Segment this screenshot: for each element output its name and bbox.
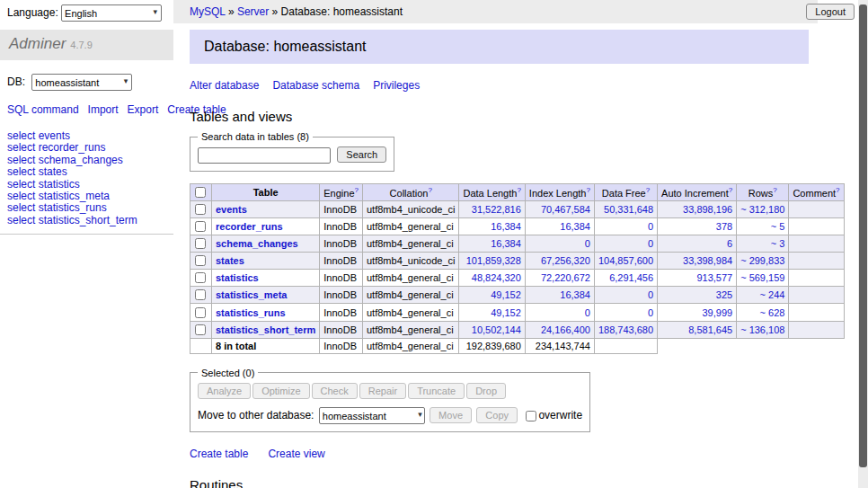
column-help-link[interactable]: ? — [586, 186, 589, 194]
data-length-link[interactable]: 16,384 — [491, 221, 521, 232]
data-free-link[interactable]: 50,331,648 — [604, 204, 653, 215]
row-checkbox[interactable] — [195, 324, 206, 335]
auto-increment-link[interactable]: 33,898,196 — [683, 204, 732, 215]
rows-link[interactable]: ~ 569,159 — [740, 272, 784, 283]
column-help-link[interactable]: ? — [517, 186, 520, 194]
language-select[interactable]: English — [61, 4, 162, 22]
sidebar-link-export[interactable]: Export — [128, 103, 159, 116]
index-length-link[interactable]: 67,256,320 — [541, 255, 590, 266]
row-checkbox[interactable] — [195, 221, 206, 232]
rows-link[interactable]: ~ 628 — [760, 307, 785, 318]
column-help-link[interactable]: ? — [355, 186, 359, 194]
column-help-link[interactable]: ? — [729, 186, 732, 194]
table-name-link[interactable]: statistics_short_term — [216, 324, 315, 335]
scrollbar[interactable] — [858, 0, 868, 488]
column-help-link[interactable]: ? — [773, 186, 776, 194]
auto-increment-link[interactable]: 33,398,984 — [683, 255, 732, 266]
data-length-link[interactable]: 49,152 — [491, 289, 521, 300]
app-version-link[interactable]: 4.7.9 — [70, 40, 92, 50]
row-checkbox[interactable] — [195, 255, 206, 266]
db-select[interactable]: homeassistant — [31, 74, 132, 91]
search-button[interactable]: Search — [337, 146, 386, 163]
rows-link[interactable]: ~ 312,180 — [740, 204, 784, 215]
scrollbar-thumb[interactable] — [859, 4, 867, 467]
index-length-link[interactable]: 72,220,672 — [541, 272, 590, 283]
data-length-link[interactable]: 49,152 — [491, 307, 521, 318]
auto-increment-link[interactable]: 378 — [716, 221, 732, 232]
index-length-link[interactable]: 16,384 — [560, 289, 590, 300]
table-name-link[interactable]: states — [216, 255, 244, 266]
auto-increment-link[interactable]: 6 — [727, 238, 732, 249]
data-free-link[interactable]: 6,291,456 — [609, 272, 653, 283]
drop-button[interactable]: Drop — [466, 383, 506, 399]
sidebar-select-events-link[interactable]: select events — [7, 130, 166, 142]
data-length-link[interactable]: 10,502,144 — [472, 324, 521, 335]
index-length-link[interactable]: 0 — [585, 238, 590, 249]
breadcrumb-link-server[interactable]: Server — [237, 5, 269, 18]
sidebar-select-statistics-short-term-link[interactable]: select statistics_short_term — [7, 215, 166, 226]
breadcrumb-link-mysql[interactable]: MySQL — [190, 5, 226, 18]
table-name-link[interactable]: recorder_runs — [216, 221, 283, 232]
table-name-link[interactable]: statistics — [216, 272, 259, 283]
rows-link[interactable]: ~ 5 — [771, 221, 785, 232]
column-help-link[interactable]: ? — [428, 186, 431, 194]
sidebar-select-schema-changes-link[interactable]: select schema_changes — [7, 155, 166, 166]
rows-link[interactable]: ~ 244 — [760, 289, 785, 300]
data-free-link[interactable]: 0 — [648, 289, 653, 300]
data-length-link[interactable]: 31,522,816 — [472, 204, 521, 215]
select-all-checkbox[interactable] — [195, 187, 206, 198]
data-free-link[interactable]: 104,857,600 — [598, 255, 653, 266]
sidebar-select-statistics-link[interactable]: select statistics — [7, 179, 166, 191]
create-view-link[interactable]: Create view — [268, 448, 324, 460]
data-free-link[interactable]: 0 — [648, 221, 653, 232]
row-checkbox[interactable] — [195, 204, 206, 215]
overwrite-checkbox[interactable] — [526, 411, 536, 421]
copy-button[interactable]: Copy — [476, 407, 518, 423]
move-db-select[interactable]: homeassistant — [319, 407, 425, 424]
row-checkbox[interactable] — [195, 289, 206, 300]
index-length-link[interactable]: 16,384 — [560, 221, 590, 232]
move-button[interactable]: Move — [430, 407, 472, 423]
sidebar-select-states-link[interactable]: select states — [7, 166, 166, 178]
data-length-link[interactable]: 48,824,320 — [472, 272, 521, 283]
data-free-link[interactable]: 188,743,680 — [598, 324, 653, 335]
auto-increment-link[interactable]: 325 — [716, 289, 732, 300]
search-input[interactable] — [198, 147, 331, 164]
sidebar-link-import[interactable]: Import — [88, 103, 119, 116]
data-free-link[interactable]: 0 — [648, 238, 653, 249]
index-length-link[interactable]: 0 — [585, 307, 590, 318]
data-length-link[interactable]: 101,859,328 — [466, 255, 521, 266]
analyze-button[interactable]: Analyze — [198, 383, 251, 399]
rows-link[interactable]: ~ 3 — [771, 238, 785, 249]
row-checkbox[interactable] — [195, 307, 206, 318]
database-schema-link[interactable]: Database schema — [272, 79, 359, 92]
table-name-link[interactable]: schema_changes — [216, 238, 298, 249]
optimize-button[interactable]: Optimize — [252, 383, 309, 399]
sidebar-select-statistics-runs-link[interactable]: select statistics_runs — [7, 202, 166, 214]
table-name-link[interactable]: events — [216, 204, 247, 215]
truncate-button[interactable]: Truncate — [408, 383, 465, 399]
alter-database-link[interactable]: Alter database — [190, 79, 259, 92]
index-length-link[interactable]: 70,467,584 — [541, 204, 590, 215]
sidebar-select-recorder-runs-link[interactable]: select recorder_runs — [7, 142, 166, 154]
sidebar-link-sql-command[interactable]: SQL command — [7, 103, 79, 116]
auto-increment-link[interactable]: 8,581,645 — [688, 324, 732, 335]
data-length-link[interactable]: 16,384 — [491, 238, 521, 249]
sidebar-select-statistics-meta-link[interactable]: select statistics_meta — [7, 191, 166, 202]
table-name-link[interactable]: statistics_meta — [216, 289, 288, 300]
privileges-link[interactable]: Privileges — [373, 79, 420, 92]
row-checkbox[interactable] — [195, 238, 206, 249]
column-help-link[interactable]: ? — [836, 186, 839, 194]
index-length-link[interactable]: 24,166,400 — [541, 324, 590, 335]
auto-increment-link[interactable]: 39,999 — [703, 307, 733, 318]
logout-button[interactable]: Logout — [806, 4, 855, 20]
table-name-link[interactable]: statistics_runs — [216, 307, 286, 318]
rows-link[interactable]: ~ 299,833 — [740, 255, 784, 266]
auto-increment-link[interactable]: 913,577 — [696, 272, 732, 283]
column-help-link[interactable]: ? — [646, 186, 650, 194]
repair-button[interactable]: Repair — [359, 383, 406, 399]
check-button[interactable]: Check — [312, 383, 358, 399]
data-free-link[interactable]: 0 — [648, 307, 653, 318]
rows-link[interactable]: ~ 136,108 — [740, 324, 784, 335]
create-table-link[interactable]: Create table — [190, 448, 248, 460]
